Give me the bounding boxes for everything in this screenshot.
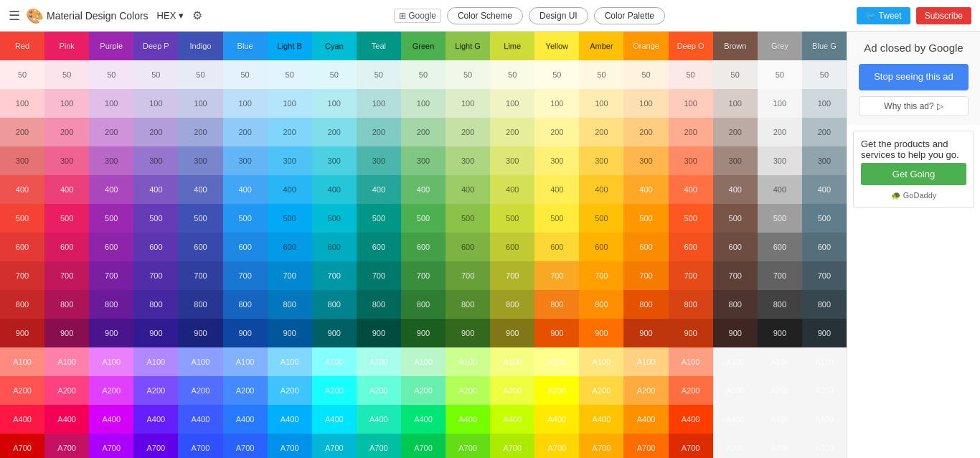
color-cell[interactable]: A700 [178, 434, 222, 458]
color-cell[interactable]: A400 [268, 405, 312, 434]
color-cell[interactable]: 700 [312, 261, 357, 290]
color-cell[interactable]: 400 [178, 175, 222, 204]
color-cell[interactable]: 900 [268, 319, 312, 347]
color-cell[interactable]: A400 [490, 405, 534, 434]
color-cell[interactable]: 50 [178, 60, 222, 89]
color-cell[interactable]: 100 [713, 89, 758, 118]
color-cell[interactable]: 600 [579, 233, 623, 261]
color-cell[interactable]: A200 [446, 376, 490, 405]
color-cell[interactable]: 600 [0, 233, 44, 261]
color-cell[interactable]: 50 [623, 60, 668, 89]
color-cell[interactable]: 500 [490, 204, 534, 233]
color-cell[interactable]: 800 [312, 290, 357, 319]
color-cell[interactable]: 700 [579, 261, 623, 290]
color-cell[interactable]: 50 [802, 60, 847, 89]
color-cell[interactable]: 900 [357, 319, 401, 347]
color-cell[interactable]: 100 [534, 89, 579, 118]
color-cell[interactable]: 400 [89, 175, 133, 204]
color-cell[interactable]: 200 [534, 118, 579, 146]
color-cell[interactable]: 100 [0, 89, 44, 118]
color-cell[interactable]: A700 [534, 434, 579, 458]
color-cell[interactable]: A200 [802, 376, 847, 405]
color-cell[interactable]: 500 [357, 204, 401, 233]
color-cell[interactable]: 500 [446, 204, 490, 233]
color-cell[interactable]: 300 [89, 146, 133, 175]
color-cell[interactable]: A200 [133, 376, 178, 405]
color-cell[interactable]: 900 [534, 319, 579, 347]
color-cell[interactable]: 300 [0, 146, 44, 175]
color-cell[interactable]: 300 [268, 146, 312, 175]
color-cell[interactable]: 300 [534, 146, 579, 175]
color-cell[interactable]: A200 [357, 376, 401, 405]
color-cell[interactable]: A200 [490, 376, 534, 405]
menu-icon[interactable]: ☰ [9, 8, 20, 24]
color-cell[interactable]: 50 [44, 60, 89, 89]
color-cell[interactable]: A100 [758, 347, 802, 376]
color-cell[interactable]: A400 [534, 405, 579, 434]
color-cell[interactable]: 100 [312, 89, 357, 118]
color-cell[interactable]: 700 [446, 261, 490, 290]
color-cell[interactable]: 200 [401, 118, 446, 146]
color-cell[interactable]: A400 [446, 405, 490, 434]
color-cell[interactable]: 600 [178, 233, 222, 261]
color-cell[interactable]: A200 [312, 376, 357, 405]
color-cell[interactable]: 500 [401, 204, 446, 233]
color-cell[interactable]: A400 [669, 405, 713, 434]
color-cell[interactable]: 50 [89, 60, 133, 89]
color-cell[interactable]: A200 [178, 376, 222, 405]
color-cell[interactable]: A200 [401, 376, 446, 405]
color-cell[interactable]: A200 [669, 376, 713, 405]
color-cell[interactable]: A700 [312, 434, 357, 458]
color-cell[interactable]: 200 [312, 118, 357, 146]
color-cell[interactable]: 200 [802, 118, 847, 146]
color-cell[interactable]: 600 [133, 233, 178, 261]
color-cell[interactable]: 200 [89, 118, 133, 146]
color-cell[interactable]: 600 [490, 233, 534, 261]
color-cell[interactable]: 300 [312, 146, 357, 175]
color-cell[interactable]: 700 [178, 261, 222, 290]
color-cell[interactable]: 600 [312, 233, 357, 261]
color-cell[interactable]: A700 [713, 434, 758, 458]
color-cell[interactable]: 300 [579, 146, 623, 175]
color-cell[interactable]: 600 [446, 233, 490, 261]
color-cell[interactable]: 200 [0, 118, 44, 146]
color-cell[interactable]: A700 [669, 434, 713, 458]
color-cell[interactable]: 100 [446, 89, 490, 118]
color-cell[interactable]: 300 [490, 146, 534, 175]
color-cell[interactable]: 800 [802, 290, 847, 319]
color-cell[interactable]: 50 [490, 60, 534, 89]
color-cell[interactable]: 700 [534, 261, 579, 290]
color-cell[interactable]: A100 [490, 347, 534, 376]
color-cell[interactable]: 300 [669, 146, 713, 175]
color-cell[interactable]: 500 [802, 204, 847, 233]
color-cell[interactable]: A100 [579, 347, 623, 376]
color-cell[interactable]: 100 [401, 89, 446, 118]
color-cell[interactable]: 800 [178, 290, 222, 319]
color-cell[interactable]: 50 [312, 60, 357, 89]
stop-seeing-button[interactable]: Stop seeing this ad [859, 64, 969, 90]
color-cell[interactable]: 800 [357, 290, 401, 319]
color-cell[interactable]: 500 [623, 204, 668, 233]
color-cell[interactable]: 50 [446, 60, 490, 89]
color-cell[interactable]: 100 [579, 89, 623, 118]
color-cell[interactable]: 700 [669, 261, 713, 290]
color-cell[interactable]: 400 [713, 175, 758, 204]
color-cell[interactable]: 700 [268, 261, 312, 290]
color-cell[interactable]: 900 [89, 319, 133, 347]
color-cell[interactable]: A100 [802, 347, 847, 376]
color-cell[interactable]: A200 [623, 376, 668, 405]
color-cell[interactable]: 400 [44, 175, 89, 204]
color-cell[interactable]: 50 [0, 60, 44, 89]
color-cell[interactable]: 800 [669, 290, 713, 319]
color-cell[interactable]: 50 [669, 60, 713, 89]
color-cell[interactable]: 900 [133, 319, 178, 347]
color-cell[interactable]: A700 [446, 434, 490, 458]
color-cell[interactable]: A700 [758, 434, 802, 458]
color-cell[interactable]: 900 [0, 319, 44, 347]
color-cell[interactable]: 900 [802, 319, 847, 347]
color-cell[interactable]: 200 [223, 118, 268, 146]
color-cell[interactable]: 300 [623, 146, 668, 175]
color-cell[interactable]: 900 [758, 319, 802, 347]
color-cell[interactable]: 600 [534, 233, 579, 261]
color-cell[interactable]: 600 [89, 233, 133, 261]
